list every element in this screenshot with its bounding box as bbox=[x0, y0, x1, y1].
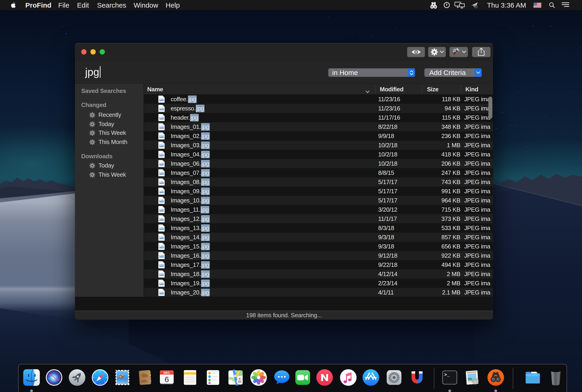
svg-text:>_: >_ bbox=[444, 372, 450, 378]
svg-text:DEC: DEC bbox=[164, 371, 170, 374]
svg-text:6: 6 bbox=[165, 375, 169, 384]
svg-text:3D: 3D bbox=[238, 380, 242, 383]
